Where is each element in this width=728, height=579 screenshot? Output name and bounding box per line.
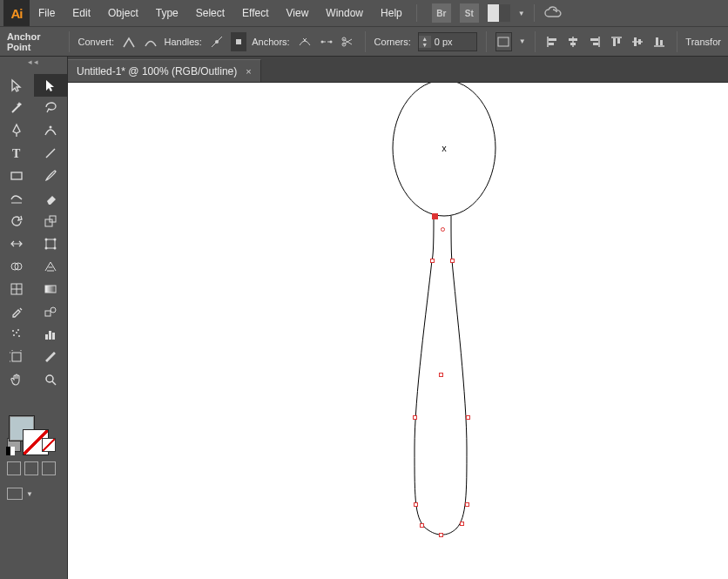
menu-type[interactable]: Type bbox=[147, 0, 187, 26]
zoom-tool[interactable] bbox=[34, 368, 68, 391]
mesh-tool[interactable] bbox=[0, 278, 34, 300]
svg-rect-2 bbox=[236, 39, 241, 44]
anchor-point[interactable] bbox=[465, 502, 469, 507]
svg-line-1 bbox=[212, 37, 222, 47]
menu-view[interactable]: View bbox=[278, 0, 318, 26]
free-transform-tool[interactable] bbox=[34, 232, 68, 255]
canvas-area[interactable]: x bbox=[68, 83, 728, 579]
eyedropper-tool[interactable] bbox=[0, 300, 34, 323]
menu-file[interactable]: File bbox=[30, 0, 64, 26]
gradient-tool[interactable] bbox=[34, 278, 68, 300]
draw-inside-icon[interactable] bbox=[42, 461, 56, 475]
menu-help[interactable]: Help bbox=[372, 0, 411, 26]
rotate-tool[interactable] bbox=[0, 210, 34, 232]
slice-tool[interactable] bbox=[34, 346, 68, 368]
anchor-point[interactable] bbox=[466, 415, 470, 420]
anchor-point[interactable] bbox=[439, 373, 443, 377]
anchors-connect-icon[interactable] bbox=[318, 32, 334, 51]
tab-untitled-1[interactable]: Untitled-1* @ 100% (RGB/Outline) × bbox=[68, 59, 261, 82]
line-segment-tool[interactable] bbox=[34, 142, 68, 165]
anchor-point[interactable] bbox=[450, 259, 455, 263]
anchor-point-selected[interactable] bbox=[432, 213, 438, 219]
draw-normal-icon[interactable] bbox=[7, 461, 21, 475]
chevron-down-icon[interactable]: ▼ bbox=[518, 10, 525, 17]
svg-point-36 bbox=[53, 239, 56, 241]
column-graph-tool[interactable] bbox=[34, 323, 68, 346]
close-icon[interactable]: × bbox=[246, 66, 251, 77]
transform-label[interactable]: Transfor bbox=[685, 37, 721, 47]
draw-behind-icon[interactable] bbox=[24, 461, 38, 475]
menu-window[interactable]: Window bbox=[317, 0, 372, 26]
direct-selection-tool[interactable] bbox=[34, 74, 68, 97]
align-left-icon[interactable] bbox=[543, 32, 560, 51]
handles-show-icon[interactable] bbox=[209, 32, 226, 51]
stock-icon[interactable]: St bbox=[460, 3, 479, 23]
anchor-point[interactable] bbox=[413, 415, 417, 420]
scale-tool[interactable] bbox=[34, 210, 68, 232]
svg-rect-9 bbox=[498, 37, 509, 46]
handles-hide-icon[interactable] bbox=[231, 32, 247, 51]
menu-object[interactable]: Object bbox=[99, 0, 147, 26]
corner-radius-input[interactable] bbox=[431, 37, 476, 47]
svg-rect-34 bbox=[46, 239, 55, 248]
eraser-tool[interactable] bbox=[34, 187, 68, 210]
anchor-point[interactable] bbox=[439, 533, 443, 537]
sync-icon[interactable] bbox=[543, 6, 563, 20]
type-tool[interactable]: T bbox=[0, 142, 34, 165]
symbol-sprayer-tool[interactable] bbox=[0, 323, 34, 346]
svg-point-8 bbox=[342, 43, 346, 46]
svg-rect-43 bbox=[45, 311, 51, 316]
artwork-outline[interactable] bbox=[68, 83, 728, 579]
chevron-down-icon[interactable]: ▼ bbox=[26, 490, 33, 498]
shape-builder-tool[interactable] bbox=[0, 255, 34, 278]
hand-tool[interactable] bbox=[0, 368, 34, 391]
arrange-docs-icon[interactable] bbox=[488, 4, 510, 22]
align-hcenter-icon[interactable] bbox=[565, 32, 582, 51]
selection-tool[interactable] bbox=[0, 74, 34, 97]
anchor-point[interactable] bbox=[414, 502, 418, 507]
align-vcenter-icon[interactable] bbox=[630, 32, 646, 51]
svg-point-54 bbox=[46, 375, 53, 382]
stepper[interactable]: ▲▼ bbox=[419, 36, 431, 48]
svg-rect-51 bbox=[49, 331, 51, 340]
chevron-down-icon[interactable]: ▼ bbox=[519, 37, 526, 45]
convert-corner-icon[interactable] bbox=[121, 32, 138, 51]
fill-stroke-swatches[interactable] bbox=[0, 414, 67, 462]
menu-select[interactable]: Select bbox=[187, 0, 233, 26]
pen-tool[interactable] bbox=[0, 119, 34, 142]
paintbrush-tool[interactable] bbox=[34, 165, 68, 187]
menu-edit[interactable]: Edit bbox=[64, 0, 99, 26]
anchors-remove-icon[interactable] bbox=[297, 32, 313, 51]
align-bottom-icon[interactable] bbox=[651, 32, 668, 51]
align-to-selector[interactable] bbox=[495, 32, 512, 51]
anchor-point[interactable] bbox=[430, 259, 435, 263]
artboard[interactable]: x bbox=[68, 83, 728, 579]
convert-smooth-icon[interactable] bbox=[143, 32, 159, 51]
none-mode-icon[interactable] bbox=[42, 438, 56, 452]
corner-radius-field[interactable]: ▲▼ bbox=[418, 32, 477, 51]
bridge-icon[interactable]: Br bbox=[432, 3, 451, 23]
rectangle-tool[interactable] bbox=[0, 165, 34, 187]
separator bbox=[365, 31, 366, 52]
anchor-point[interactable] bbox=[441, 227, 445, 232]
shaper-tool[interactable] bbox=[0, 187, 34, 210]
anchor-point[interactable] bbox=[460, 522, 464, 526]
anchors-cut-icon[interactable] bbox=[340, 32, 356, 51]
default-fill-stroke-icon[interactable] bbox=[6, 447, 15, 455]
magic-wand-tool[interactable] bbox=[0, 97, 34, 119]
perspective-grid-tool[interactable] bbox=[34, 255, 68, 278]
svg-line-30 bbox=[46, 149, 55, 158]
anchor-point[interactable] bbox=[420, 523, 424, 528]
align-right-icon[interactable] bbox=[587, 32, 603, 51]
svg-point-44 bbox=[51, 307, 56, 313]
align-top-icon[interactable] bbox=[608, 32, 624, 51]
screen-mode-icon[interactable] bbox=[7, 488, 23, 500]
collapse-handle[interactable]: ◂◂ bbox=[0, 57, 67, 67]
lasso-tool[interactable] bbox=[34, 97, 68, 119]
artboard-tool[interactable] bbox=[0, 346, 34, 368]
curvature-tool[interactable] bbox=[34, 119, 68, 142]
width-tool[interactable] bbox=[0, 232, 34, 255]
document-tabs: Untitled-1* @ 100% (RGB/Outline) × bbox=[68, 57, 728, 83]
menu-effect[interactable]: Effect bbox=[233, 0, 277, 26]
blend-tool[interactable] bbox=[34, 300, 68, 323]
